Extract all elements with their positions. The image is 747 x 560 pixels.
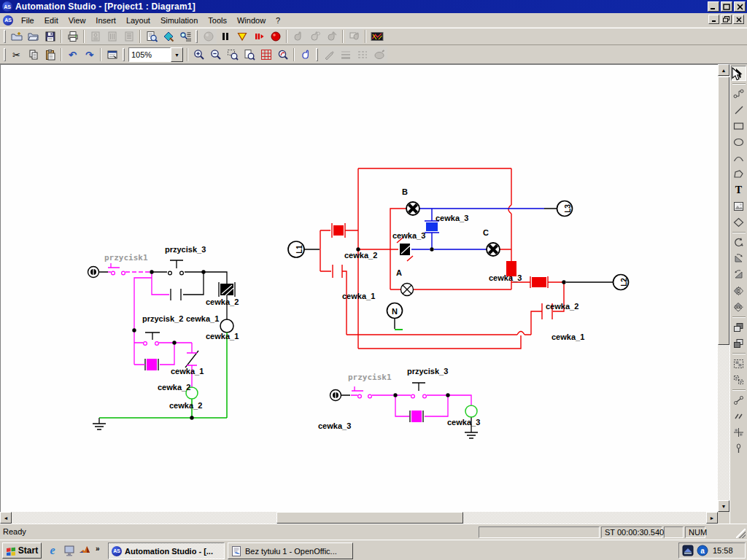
simulation-pause-button[interactable]	[217, 28, 233, 44]
simulation-normal-button[interactable]	[200, 28, 217, 44]
rotate-left-tool-button[interactable]	[731, 251, 746, 266]
grab-mode-button-3[interactable]	[323, 28, 340, 44]
menu-tools[interactable]: Tools	[203, 14, 232, 27]
plotter-button[interactable]	[368, 28, 385, 44]
polygon-tool-button[interactable]	[731, 166, 746, 182]
text-tool-button[interactable]: T	[731, 182, 746, 198]
resize-grip[interactable]	[736, 529, 746, 538]
document-icon[interactable]: AS	[3, 15, 13, 26]
zoom-area-button[interactable]	[224, 47, 241, 63]
toolbar-grab-handle[interactable]	[123, 48, 125, 61]
scroll-left-button[interactable]: ◄	[0, 512, 12, 524]
line-style-button[interactable]	[320, 47, 337, 63]
image-tool-button[interactable]	[731, 198, 746, 214]
new-project-button[interactable]	[8, 28, 25, 44]
zoom-dynamic-button[interactable]	[274, 47, 291, 63]
quicklaunch-ie-icon[interactable]: e	[46, 544, 59, 557]
pan-button[interactable]	[297, 47, 314, 63]
project-doc-button-3[interactable]	[120, 28, 137, 44]
maximize-button[interactable]	[721, 1, 732, 12]
toolbar-grab-handle[interactable]	[4, 30, 6, 43]
scroll-right-button[interactable]: ►	[706, 512, 718, 524]
quicklaunch-matlab-icon[interactable]	[78, 544, 91, 557]
pin-tool-button[interactable]	[731, 440, 746, 456]
left-circuit[interactable]	[88, 260, 236, 429]
menu-file[interactable]: File	[16, 14, 39, 27]
bring-to-front-button[interactable]	[731, 319, 746, 335]
paste-button[interactable]	[42, 47, 58, 63]
print-preview-button[interactable]	[143, 28, 160, 44]
mdi-minimize-button[interactable]	[708, 15, 719, 24]
start-button[interactable]: Start	[2, 542, 42, 559]
component-properties-button[interactable]	[160, 28, 177, 44]
simulation-slow-button[interactable]	[233, 28, 250, 44]
mdi-restore-button[interactable]	[721, 15, 732, 24]
select-tool-button[interactable]	[731, 66, 746, 81]
scroll-down-button[interactable]: ▼	[718, 500, 729, 512]
zoom-page-button[interactable]	[241, 47, 258, 63]
line-dash-button[interactable]	[354, 47, 371, 63]
horizontal-scrollbar[interactable]: ◄ ►	[0, 512, 718, 524]
quicklaunch-chevron[interactable]: »	[96, 545, 100, 553]
simulation-stop-button[interactable]	[267, 28, 284, 44]
quicklaunch-desktop-icon[interactable]	[63, 544, 76, 557]
grab-mode-button-1[interactable]	[290, 28, 306, 44]
flip-horizontal-tool-button[interactable]	[731, 283, 746, 298]
undo-button[interactable]: ↶	[64, 47, 81, 63]
ungroup-button[interactable]	[731, 372, 746, 387]
find-component-button[interactable]	[177, 28, 193, 44]
ellipse-tool-button[interactable]	[731, 134, 746, 149]
toolbar-grab-handle[interactable]	[196, 30, 198, 43]
cut-button[interactable]: ✂	[8, 47, 25, 63]
grid-button[interactable]	[258, 47, 274, 63]
horizontal-scroll-thumb[interactable]	[276, 512, 463, 524]
arc-tool-button[interactable]	[731, 150, 746, 166]
link-tool-button[interactable]	[731, 392, 746, 408]
send-to-back-button[interactable]	[731, 335, 746, 351]
close-button[interactable]	[734, 1, 746, 12]
zoom-in-button[interactable]	[190, 47, 207, 63]
line-width-button[interactable]	[337, 47, 354, 63]
rotate-right-tool-button[interactable]	[731, 267, 746, 282]
title-bar[interactable]: AS Automation Studio - [Project1 : Diagr…	[0, 0, 747, 13]
diamond-tool-button[interactable]	[731, 214, 746, 230]
scroll-up-button[interactable]: ▲	[718, 64, 729, 76]
menu-insert[interactable]: Insert	[90, 14, 121, 27]
task-openoffice[interactable]: Bez tytułu 1 - OpenOffic...	[228, 542, 353, 559]
fill-color-button[interactable]	[371, 47, 387, 63]
right-circuit[interactable]: L1 L3 L2 N	[288, 168, 629, 349]
grab-mode-button-4[interactable]	[346, 28, 363, 44]
mdi-close-button[interactable]	[733, 15, 744, 24]
simulation-step-button[interactable]	[250, 28, 267, 44]
zoom-out-button[interactable]	[207, 47, 224, 63]
line-tool-button[interactable]	[731, 102, 746, 117]
tray-display-icon[interactable]	[682, 545, 694, 556]
minimize-button[interactable]	[708, 1, 719, 12]
bottom-circuit[interactable]	[330, 383, 479, 438]
zoom-dropdown-button[interactable]: ▼	[171, 47, 183, 62]
project-doc-button-2[interactable]	[104, 28, 120, 44]
project-doc-button-1[interactable]	[87, 28, 104, 44]
align-tool-button[interactable]	[731, 424, 746, 440]
group-button[interactable]	[731, 356, 746, 371]
menu-view[interactable]: View	[63, 14, 91, 27]
flip-vertical-tool-button[interactable]	[731, 299, 746, 314]
vertical-scroll-thumb[interactable]	[718, 77, 729, 345]
print-button[interactable]	[64, 28, 81, 44]
menu-simulation[interactable]: Simulation	[155, 14, 203, 27]
zoom-level-input[interactable]	[128, 47, 171, 62]
rectangle-tool-button[interactable]	[731, 118, 746, 133]
open-project-button[interactable]	[25, 28, 42, 44]
redo-button[interactable]: ↷	[81, 47, 98, 63]
menu-edit[interactable]: Edit	[39, 14, 63, 27]
copy-button[interactable]	[25, 47, 42, 63]
properties-button[interactable]	[104, 47, 120, 63]
grab-mode-button-2[interactable]	[306, 28, 323, 44]
save-button[interactable]	[42, 28, 58, 44]
menu-window[interactable]: Window	[232, 14, 271, 27]
toolbar-grab-handle[interactable]	[316, 48, 318, 61]
toolbar-grab-handle[interactable]	[4, 48, 6, 61]
diagram-canvas[interactable]: L1 L3 L2 N	[0, 64, 718, 512]
connector-tool-button[interactable]	[731, 86, 746, 101]
task-automation-studio[interactable]: AS Automation Studio - [...	[108, 542, 225, 559]
